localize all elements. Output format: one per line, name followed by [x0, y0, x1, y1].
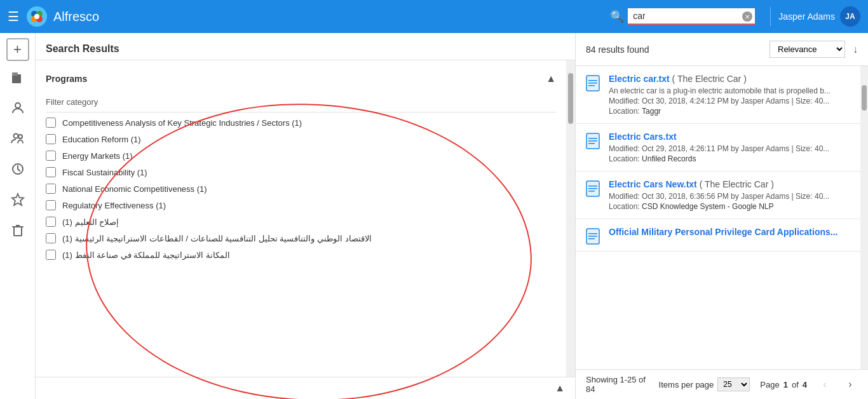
filter-item: إصلاح التعليم (1) — [46, 217, 556, 227]
svg-rect-21 — [588, 143, 595, 144]
svg-rect-13 — [14, 227, 22, 236]
filter-bottom-section: ▲ — [36, 377, 575, 399]
result-title[interactable]: Official Military Personal Privilege Car… — [609, 227, 858, 237]
filter-item-label: Fiscal Sustainability (1) — [62, 168, 147, 177]
filter-item-label: المكانة الاستراتيجية للمملكة في صناعة ال… — [62, 250, 230, 260]
next-page-button[interactable]: › — [843, 377, 858, 392]
filter-item: National Economic Competitiveness (1) — [46, 184, 556, 194]
filter-scroll-container: Programs ▲ Filter category Competitivene… — [36, 60, 575, 377]
filter-item: Regulatory Effectiveness (1) — [46, 200, 556, 210]
filter-checkbox-1[interactable] — [46, 134, 56, 144]
sidebar-item-shared[interactable] — [4, 94, 32, 122]
filter-section-title: Programs — [46, 74, 87, 84]
filter-checkbox-4[interactable] — [46, 184, 56, 194]
search-area: 🔍 ✕ — [610, 8, 755, 25]
result-body: Electric Cars New.txt ( The Electric Car… — [609, 179, 858, 211]
filter-item-label: Regulatory Effectiveness (1) — [62, 201, 166, 210]
filter-section-header: Programs ▲ — [46, 68, 556, 90]
result-location: Location: Taggr — [609, 107, 858, 116]
result-item[interactable]: Electric Cars.txtModified: Oct 29, 2018,… — [576, 124, 868, 172]
results-footer: Showing 1-25 of 84 Items per page 25 50 … — [576, 369, 868, 399]
result-title[interactable]: Electric Cars.txt — [609, 132, 858, 142]
results-scrollbar-thumb[interactable] — [862, 85, 867, 111]
svg-rect-19 — [588, 138, 597, 139]
svg-rect-24 — [588, 188, 597, 189]
main-layout: + Search Results Programs ▲ — [0, 33, 868, 399]
filter-checkbox-0[interactable] — [46, 118, 56, 128]
prev-page-button[interactable]: ‹ — [817, 377, 832, 392]
filter-scrollbar-thumb[interactable] — [568, 73, 573, 124]
result-title[interactable]: Electric Cars New.txt ( The Electric Car… — [609, 179, 858, 189]
filter-items-container: Competitiveness Analysis of Key Strategi… — [46, 118, 556, 260]
result-meta: Modified: Oct 29, 2018, 4:26:11 PM by Ja… — [609, 144, 858, 153]
result-body: Electric Cars.txtModified: Oct 29, 2018,… — [609, 132, 858, 163]
result-description: An electric car is a plug-in electric au… — [609, 86, 858, 95]
user-name: Jasper Adams — [778, 11, 835, 22]
hamburger-menu-icon[interactable]: ☰ — [8, 9, 19, 24]
svg-rect-23 — [588, 186, 597, 187]
items-per-page-select[interactable]: 25 50 100 — [717, 377, 750, 391]
filter-checkbox-8[interactable] — [46, 250, 56, 260]
search-input[interactable] — [628, 8, 755, 25]
filter-item: Energy Markets (1) — [46, 151, 556, 161]
pagination-showing: Showing 1-25 of 84 — [586, 375, 649, 394]
filter-item: المكانة الاستراتيجية للمملكة في صناعة ال… — [46, 250, 556, 260]
result-body: Official Military Personal Privilege Car… — [609, 227, 858, 243]
svg-rect-17 — [588, 85, 595, 86]
svg-rect-29 — [588, 238, 595, 240]
result-meta: Modified: Oct 30, 2018, 4:24:12 PM by Ja… — [609, 97, 858, 105]
result-item[interactable]: Electric car.txt ( The Electric Car )An … — [576, 66, 868, 124]
sidebar-item-trash[interactable] — [4, 216, 32, 244]
filter-item: الاقتصاد الوطني والتنافسية تحليل التنافس… — [46, 233, 556, 243]
search-box: ✕ — [628, 8, 755, 25]
filter-scrollbar[interactable] — [566, 60, 575, 377]
filter-checkbox-5[interactable] — [46, 200, 56, 210]
nav-divider — [770, 7, 771, 26]
sidebar-item-new[interactable]: + — [6, 38, 29, 61]
svg-rect-20 — [588, 140, 597, 142]
filter-item-label: National Economic Competitiveness (1) — [62, 184, 207, 194]
result-location: Location: CSD Knowledge System - Google … — [609, 202, 858, 211]
filter-item: Fiscal Sustainability (1) — [46, 167, 556, 177]
sidebar-item-people[interactable] — [4, 125, 32, 152]
svg-point-5 — [34, 14, 39, 19]
result-location: Location: Unfiled Records — [609, 154, 858, 163]
filter-item-label: إصلاح التعليم (1) — [62, 217, 119, 227]
sidebar-item-recent[interactable] — [4, 155, 32, 183]
sort-direction-icon[interactable]: ↓ — [853, 44, 858, 55]
filter-checkbox-6[interactable] — [46, 217, 56, 227]
result-doc-icon — [586, 180, 601, 196]
app-name: Alfresco — [53, 10, 99, 24]
sort-select[interactable]: Relevance Date Modified Name Size — [770, 41, 845, 58]
sidebar-item-starred[interactable] — [4, 186, 32, 213]
sidebar-item-files[interactable] — [4, 64, 32, 91]
page-title: Search Results — [36, 33, 575, 60]
result-item[interactable]: Electric Cars New.txt ( The Electric Car… — [576, 172, 868, 219]
items-per-page: Items per page 25 50 100 — [659, 377, 750, 391]
results-panel: 84 results found Relevance Date Modified… — [576, 33, 868, 399]
svg-rect-6 — [12, 74, 21, 83]
user-menu[interactable]: Jasper Adams JA — [778, 6, 860, 27]
filter-expand-icon[interactable]: ▲ — [555, 382, 565, 394]
svg-rect-16 — [588, 83, 597, 84]
filter-category-label: Filter category — [46, 97, 556, 112]
svg-point-8 — [15, 103, 20, 108]
filter-checkbox-7[interactable] — [46, 233, 56, 243]
alfresco-logo-icon — [25, 5, 48, 28]
result-item[interactable]: Official Military Personal Privilege Car… — [576, 219, 868, 252]
svg-rect-28 — [588, 236, 597, 237]
filter-item-label: Education Reform (1) — [62, 135, 141, 144]
results-scroll-container: Electric car.txt ( The Electric Car )An … — [576, 66, 868, 369]
filter-item-label: Energy Markets (1) — [62, 151, 133, 161]
filter-content: Programs ▲ Filter category Competitivene… — [36, 60, 566, 377]
filter-collapse-icon[interactable]: ▲ — [546, 73, 556, 85]
result-body: Electric car.txt ( The Electric Car )An … — [609, 74, 858, 116]
sidebar: + — [0, 33, 36, 399]
result-title[interactable]: Electric car.txt ( The Electric Car ) — [609, 74, 858, 84]
filter-panel: Search Results Programs ▲ Filter categor… — [36, 33, 576, 399]
filter-checkbox-3[interactable] — [46, 167, 56, 177]
filter-checkbox-2[interactable] — [46, 151, 56, 161]
result-doc-icon — [586, 75, 601, 90]
results-scrollbar[interactable] — [860, 66, 868, 369]
filter-item-label: الاقتصاد الوطني والتنافسية تحليل التنافس… — [62, 234, 372, 243]
